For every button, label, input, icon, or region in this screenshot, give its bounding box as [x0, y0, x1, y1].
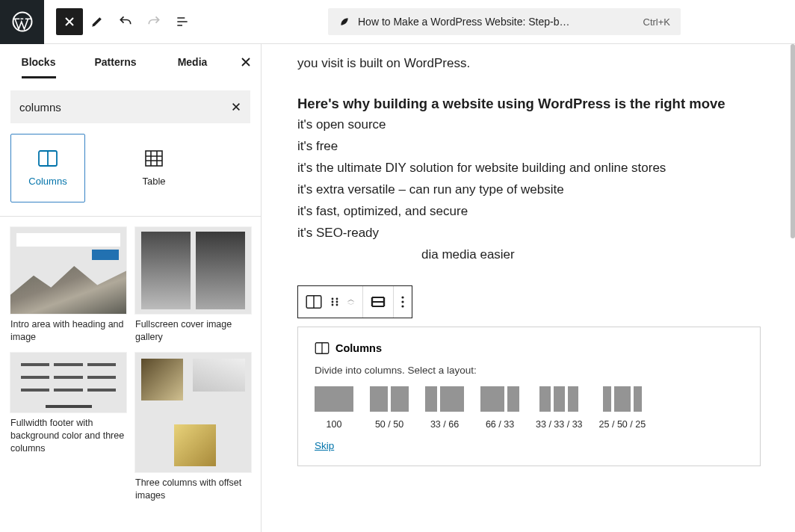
layout-label: 66 / 33	[486, 419, 514, 430]
layout-option[interactable]: 66 / 33	[480, 386, 519, 430]
block-toolbar: ︿ ﹀	[297, 285, 412, 318]
pattern-item[interactable]: Three columns with offset images	[135, 353, 251, 502]
close-panel-icon[interactable]	[231, 56, 261, 68]
layout-option[interactable]: 33 / 66	[425, 386, 464, 430]
paragraph[interactable]: it's open source	[297, 114, 759, 136]
svg-point-12	[401, 305, 403, 307]
move-arrows[interactable]: ︿ ﹀	[347, 297, 355, 307]
paragraph[interactable]: it's the ultimate DIY solution for websi…	[297, 158, 759, 179]
tab-patterns[interactable]: Patterns	[77, 46, 154, 78]
command-shortcut: Ctrl+K	[643, 16, 670, 28]
svg-point-11	[401, 300, 403, 303]
align-icon[interactable]	[371, 296, 386, 308]
pattern-caption: Fullscreen cover image gallery	[135, 318, 251, 344]
paragraph[interactable]: you visit is built on WordPress.	[297, 53, 759, 75]
layout-option[interactable]: 50 / 50	[370, 386, 409, 430]
top-toolbar: How to Make a WordPress Website: Step-b……	[0, 0, 795, 44]
pattern-item[interactable]: Fullscreen cover image gallery	[135, 227, 251, 344]
tab-blocks[interactable]: Blocks	[0, 46, 77, 78]
columns-placeholder: Columns Divide into columns. Select a la…	[297, 327, 761, 466]
columns-icon	[38, 150, 58, 167]
svg-point-9	[336, 304, 338, 306]
columns-hint: Divide into columns. Select a layout:	[315, 365, 743, 376]
svg-point-5	[336, 298, 338, 300]
paragraph[interactable]: it's fast, optimized, and secure	[297, 201, 759, 223]
layout-label: 33 / 66	[430, 419, 459, 430]
layout-option[interactable]: 33 / 33 / 33	[536, 386, 583, 430]
pattern-caption: Intro area with heading and image	[10, 318, 126, 344]
columns-icon[interactable]	[306, 295, 322, 309]
layout-label: 100	[327, 419, 342, 430]
table-icon	[145, 150, 163, 167]
edit-tool-icon[interactable]	[83, 7, 111, 36]
chevron-down-icon: ﹀	[347, 302, 355, 307]
svg-point-10	[401, 296, 403, 298]
layout-label: 50 / 50	[375, 419, 403, 430]
layout-option[interactable]: 100	[315, 386, 353, 430]
svg-point-7	[336, 301, 338, 303]
columns-title: Columns	[335, 342, 382, 354]
drag-handle-icon[interactable]	[330, 297, 340, 307]
paragraph[interactable]: it's free	[297, 136, 759, 158]
layout-label: 33 / 33 / 33	[536, 419, 583, 430]
search-input[interactable]	[19, 101, 231, 114]
svg-point-4	[332, 298, 334, 300]
leaf-icon	[338, 16, 350, 28]
paragraph[interactable]: it's SEO-ready	[297, 223, 759, 244]
pattern-caption: Three columns with offset images	[135, 477, 251, 502]
pattern-results: Intro area with heading and image Fullsc…	[0, 216, 261, 502]
svg-rect-2	[146, 151, 162, 166]
clear-search-icon[interactable]	[231, 102, 241, 112]
pattern-item[interactable]: Fullwidth footer with background color a…	[10, 353, 126, 502]
block-option-columns[interactable]: Columns	[10, 134, 85, 202]
pattern-item[interactable]: Intro area with heading and image	[10, 227, 126, 344]
skip-link[interactable]: Skip	[315, 440, 334, 451]
block-label: Table	[142, 176, 165, 187]
layout-label: 25 / 50 / 25	[599, 419, 646, 430]
inserter-tabs: Blocks Patterns Media	[0, 44, 261, 80]
svg-point-8	[332, 304, 334, 306]
more-options-icon[interactable]	[401, 296, 404, 308]
undo-icon[interactable]	[111, 7, 140, 36]
heading[interactable]: Here's why building a website using Word…	[297, 93, 759, 115]
tab-media[interactable]: Media	[154, 46, 231, 78]
paragraph[interactable]: it's extra versatile – can run any type …	[297, 179, 759, 201]
svg-point-6	[332, 301, 334, 303]
document-title: How to Make a WordPress Website: Step-b…	[358, 16, 636, 28]
wordpress-logo[interactable]	[0, 0, 44, 44]
document-title-bar[interactable]: How to Make a WordPress Website: Step-b……	[328, 8, 681, 35]
block-label: Columns	[28, 176, 66, 187]
editor-canvas[interactable]: you visit is built on WordPress. Here's …	[262, 44, 795, 266]
paragraph[interactable]: dia media easier	[297, 244, 759, 266]
layout-option[interactable]: 25 / 50 / 25	[599, 386, 646, 430]
pattern-caption: Fullwidth footer with background color a…	[10, 417, 126, 455]
columns-icon	[315, 342, 330, 354]
close-inserter-button[interactable]	[56, 8, 83, 35]
redo-icon	[140, 7, 168, 36]
block-inserter-panel: Blocks Patterns Media Columns Table	[0, 44, 262, 532]
block-search[interactable]	[10, 90, 250, 123]
block-option-table[interactable]: Table	[117, 134, 191, 202]
document-overview-icon[interactable]	[168, 7, 197, 36]
